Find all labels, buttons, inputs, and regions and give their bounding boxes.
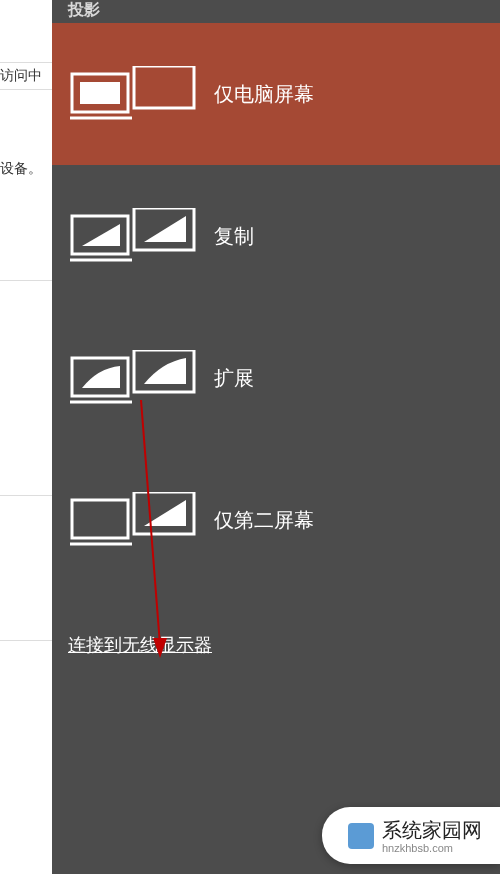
option-label: 仅第二屏幕 (214, 507, 314, 534)
bg-text-fragment: 访问中 (0, 62, 52, 90)
svg-rect-1 (80, 82, 120, 104)
connect-wireless-display-link[interactable]: 连接到无线显示器 (68, 633, 212, 657)
project-option-second-only[interactable]: 仅第二屏幕 (52, 449, 500, 591)
bg-divider (0, 495, 52, 496)
option-label: 复制 (214, 223, 254, 250)
bg-text-fragment: 设备。 (0, 160, 42, 178)
project-option-pc-only[interactable]: 仅电脑屏幕 (52, 23, 500, 165)
second-screen-only-icon (70, 492, 200, 548)
svg-rect-3 (134, 66, 194, 108)
duplicate-icon (70, 208, 200, 264)
bg-divider (0, 280, 52, 281)
project-option-extend[interactable]: 扩展 (52, 307, 500, 449)
project-option-duplicate[interactable]: 复制 (52, 165, 500, 307)
flyout-title: 投影 (52, 0, 500, 23)
watermark-url: hnzkhbsb.com (382, 842, 482, 854)
pc-screen-only-icon (70, 66, 200, 122)
option-label: 扩展 (214, 365, 254, 392)
bg-divider (0, 640, 52, 641)
watermark-text: 系统家园网 (382, 819, 482, 841)
project-flyout: 投影 仅电脑屏幕 复制 (52, 0, 500, 874)
extend-icon (70, 350, 200, 406)
watermark: 系统家园网 hnzkhbsb.com (322, 807, 500, 864)
watermark-logo-icon (348, 823, 374, 849)
option-label: 仅电脑屏幕 (214, 81, 314, 108)
svg-rect-10 (72, 500, 128, 538)
